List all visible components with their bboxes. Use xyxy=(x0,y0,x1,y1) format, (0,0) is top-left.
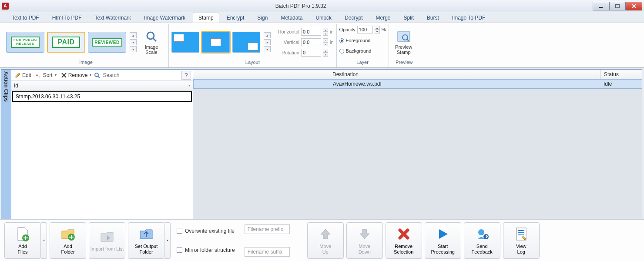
group-label-layout: Layout xyxy=(171,60,334,67)
move-down-button[interactable]: Move Down xyxy=(346,222,383,259)
app-icon xyxy=(2,3,9,10)
help-button[interactable]: ? xyxy=(181,71,191,80)
tab-html-to-pdf[interactable]: Html To PDF xyxy=(47,13,87,23)
rotation-input[interactable]: 0 xyxy=(301,49,321,57)
add-files-button[interactable]: Add Files xyxy=(4,222,41,259)
move-up-button[interactable]: Move Up xyxy=(307,222,344,259)
filename-prefix-input[interactable]: Filename prefix xyxy=(245,224,290,234)
horizontal-up[interactable]: ▴ xyxy=(323,28,328,32)
rotation-down[interactable]: ▾ xyxy=(323,53,328,57)
layout-scroll-down[interactable]: ▾ xyxy=(264,39,271,45)
set-output-dropdown[interactable]: ▾ xyxy=(164,222,171,259)
vertical-up[interactable]: ▴ xyxy=(323,38,328,42)
vertical-down[interactable]: ▾ xyxy=(323,42,328,46)
tab-merge[interactable]: Merge xyxy=(370,13,396,23)
arrow-down-icon xyxy=(357,226,372,242)
layout-bottom-right[interactable] xyxy=(232,32,260,53)
gallery-scroll-down[interactable]: ▾ xyxy=(130,39,137,45)
group-label-preview: Preview xyxy=(392,60,417,67)
layout-top-left[interactable] xyxy=(171,32,199,53)
filename-suffix-input[interactable]: Filename suffix xyxy=(245,247,290,257)
close-button[interactable] xyxy=(626,2,642,10)
tab-image-to-pdf[interactable]: Image To PDF xyxy=(446,13,491,23)
tab-sign[interactable]: Sign xyxy=(252,13,273,23)
layout-scroll-up[interactable]: ▴ xyxy=(264,32,271,38)
horizontal-unit: in xyxy=(330,29,334,34)
horizontal-down[interactable]: ▾ xyxy=(323,32,328,36)
svg-rect-1 xyxy=(616,4,619,8)
list-item[interactable]: Stamp.2013.06.30.11.43.25 xyxy=(12,91,192,102)
image-scale-button[interactable]: Image Scale xyxy=(139,25,164,59)
vertical-input[interactable]: 0.0 xyxy=(301,38,321,46)
mirror-checkbox[interactable]: Mirror folder structure xyxy=(177,247,235,253)
opacity-input[interactable]: 100 xyxy=(357,26,373,33)
horizontal-input[interactable]: 0.0 xyxy=(301,28,321,36)
remove-icon xyxy=(61,72,67,78)
stamp-for-public-release[interactable]: FOR PUBLIC RELEASE xyxy=(6,32,44,53)
svg-point-13 xyxy=(95,73,98,77)
gallery-scroll-up[interactable]: ▴ xyxy=(130,32,137,38)
feedback-icon xyxy=(474,226,490,242)
magnifier-icon xyxy=(144,30,158,44)
status-column-header[interactable]: Status xyxy=(600,70,642,79)
edit-button[interactable]: Edit xyxy=(13,71,33,79)
tab-split[interactable]: Split xyxy=(398,13,419,23)
tab-unlock[interactable]: Unlock xyxy=(310,13,337,23)
tab-image-watermark[interactable]: Image Watermark xyxy=(138,13,191,23)
opacity-up[interactable]: ▴ xyxy=(375,26,380,30)
background-radio[interactable]: Background xyxy=(339,47,372,55)
rotation-up[interactable]: ▴ xyxy=(323,49,328,53)
import-from-list-button[interactable]: Import from List xyxy=(89,222,125,259)
log-icon xyxy=(513,226,529,242)
tab-text-to-pdf[interactable]: Text to PDF xyxy=(6,13,45,23)
stamp-paid[interactable]: PAID xyxy=(47,32,85,53)
overwrite-checkbox[interactable]: Overwrite existing file xyxy=(177,228,235,234)
vertical-label: Vertical xyxy=(274,40,299,45)
opacity-unit: % xyxy=(382,27,386,32)
maximize-button[interactable] xyxy=(609,2,626,10)
svg-point-4 xyxy=(147,32,154,39)
svg-point-21 xyxy=(478,229,484,235)
play-icon xyxy=(435,226,451,242)
stamp-reviewed[interactable]: REVIEWED xyxy=(88,32,126,53)
start-processing-button[interactable]: Start Processing xyxy=(425,222,461,259)
tab-burst[interactable]: Burst xyxy=(421,13,445,23)
sort-button[interactable]: AZ Sort xyxy=(34,71,58,79)
tab-text-watermark[interactable]: Text Watermark xyxy=(89,13,137,23)
set-output-folder-button[interactable]: Set Output Folder xyxy=(128,222,164,259)
send-feedback-button[interactable]: Send Feedback xyxy=(464,222,500,259)
opacity-down[interactable]: ▾ xyxy=(375,30,380,33)
gallery-expand[interactable]: ▾ xyxy=(130,46,137,52)
tab-metadata[interactable]: Metadata xyxy=(275,13,308,23)
id-column-header[interactable]: Id ▾ xyxy=(11,81,193,90)
destination-cell: AvaxHomewe.ws.pdf xyxy=(194,80,600,88)
window-title: Batch PDF Pro 1.9.32 xyxy=(9,3,593,9)
x-icon xyxy=(396,226,412,242)
layout-expand[interactable]: ▾ xyxy=(264,46,271,52)
group-label-layer: Layer xyxy=(339,60,386,67)
action-clips-tab[interactable]: Action Clips xyxy=(1,70,11,219)
tab-encrypt[interactable]: Encrypt xyxy=(221,13,250,23)
rotation-label: Rotation xyxy=(274,50,299,55)
tab-decrypt[interactable]: Decrypt xyxy=(339,13,368,23)
layout-center[interactable] xyxy=(202,32,230,53)
preview-icon xyxy=(397,30,411,44)
minimize-button[interactable] xyxy=(593,2,609,10)
add-folder-icon xyxy=(60,226,76,242)
svg-line-5 xyxy=(153,38,156,41)
table-row[interactable]: AvaxHomewe.ws.pdf Idle xyxy=(193,79,642,89)
preview-stamp-button[interactable]: Preview Stamp xyxy=(392,25,416,59)
remove-button[interactable]: Remove xyxy=(59,71,94,79)
add-folder-button[interactable]: Add Folder xyxy=(50,222,86,259)
foreground-radio[interactable]: Foreground xyxy=(339,36,371,45)
view-log-button[interactable]: View Log xyxy=(503,222,540,259)
search-input[interactable] xyxy=(101,71,181,79)
add-files-icon xyxy=(15,226,30,242)
status-cell: Idle xyxy=(600,80,642,88)
tab-stamp[interactable]: Stamp xyxy=(193,13,219,23)
remove-selection-button[interactable]: Remove Selection xyxy=(386,222,422,259)
destination-column-header[interactable]: Destination xyxy=(193,70,600,79)
group-label-image: Image xyxy=(6,60,166,67)
add-files-dropdown[interactable]: ▾ xyxy=(41,222,47,259)
import-icon xyxy=(99,229,115,244)
